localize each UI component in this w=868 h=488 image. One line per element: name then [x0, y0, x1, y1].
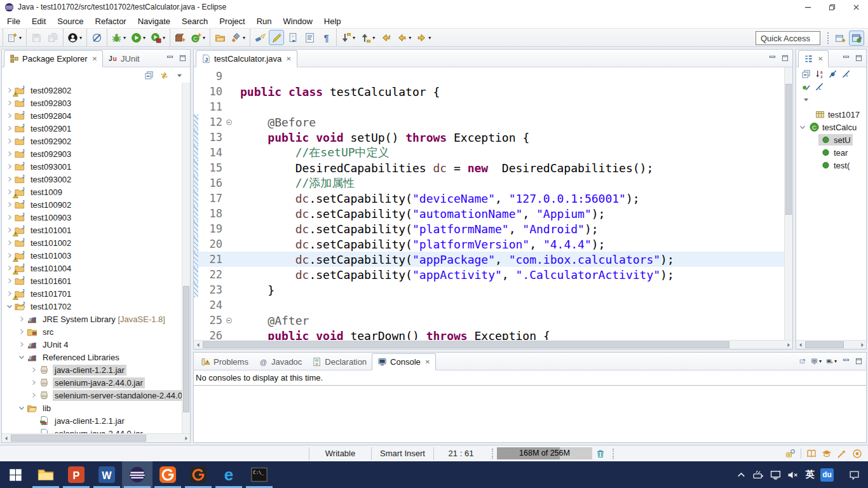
- run-coverage-dropdown-icon[interactable]: ▾: [163, 35, 165, 41]
- tab-console[interactable]: Console✕: [372, 353, 436, 370]
- tray-network[interactable]: [767, 462, 784, 487]
- code-line-9[interactable]: 9: [194, 69, 784, 84]
- save-button[interactable]: [29, 30, 44, 45]
- quick-access-box[interactable]: Quick Access: [756, 31, 820, 45]
- collapse-all-button[interactable]: [144, 71, 154, 80]
- hide-fields-button[interactable]: [828, 69, 837, 79]
- tree-item-jre-system-library[interactable]: JRE System Library [JavaSE-1.8]: [2, 313, 182, 325]
- chevron-down-icon[interactable]: [797, 123, 807, 131]
- tree-item-test101001[interactable]: Jtest101001: [2, 224, 182, 236]
- display-selected-console-dropdown-icon[interactable]: ▾: [819, 358, 822, 364]
- run-coverage-button[interactable]: ▾: [149, 30, 167, 45]
- open-console-button[interactable]: ▾: [826, 358, 837, 365]
- show-source-button[interactable]: [302, 30, 317, 45]
- wand-icon[interactable]: [837, 449, 847, 459]
- menu-navigate[interactable]: Navigate: [132, 15, 176, 27]
- java-perspective-button[interactable]: [849, 30, 864, 46]
- sort-button[interactable]: az: [815, 69, 824, 79]
- code-line-18[interactable]: 18 dc.setCapability("automationName", "A…: [194, 206, 784, 221]
- tree-item-test100903[interactable]: Jtest100903: [2, 211, 182, 224]
- scrollbar-thumb[interactable]: [805, 341, 844, 348]
- link-with-editor-button[interactable]: [285, 30, 301, 45]
- scrollbar-thumb[interactable]: [11, 435, 146, 442]
- account-dropdown-icon[interactable]: ▾: [79, 35, 82, 41]
- tree-item-junit-4[interactable]: JUnit 4: [2, 338, 182, 351]
- fold-marker-icon[interactable]: [224, 318, 234, 323]
- debug-button[interactable]: ▾: [109, 30, 128, 45]
- chevron-right-icon[interactable]: [4, 150, 14, 158]
- horizontal-scrollbar[interactable]: [2, 433, 190, 442]
- outline-item-tear[interactable]: tear: [796, 146, 866, 159]
- scroll-right-icon[interactable]: [858, 341, 866, 349]
- new-wizard-dropdown-icon[interactable]: ▾: [19, 35, 22, 41]
- tree-item-java-client-1.2.1.jar[interactable]: 010java-client-1.2.1.jar: [2, 363, 182, 376]
- chevron-right-icon[interactable]: [17, 341, 26, 348]
- account-button[interactable]: ▾: [65, 30, 84, 45]
- tree-item-test101002[interactable]: Jtest101002: [2, 236, 182, 249]
- chevron-right-icon[interactable]: [4, 201, 14, 208]
- display-selected-console-button[interactable]: ▾: [811, 358, 822, 365]
- scrollbar-thumb[interactable]: [183, 286, 189, 412]
- horizontal-scrollbar[interactable]: [194, 340, 792, 349]
- format-brush-dropdown-icon[interactable]: ▾: [243, 35, 245, 41]
- code-line-20[interactable]: 20 dc.setCapability("platformVersion", "…: [194, 236, 784, 252]
- tree-item-test093002[interactable]: Jtest093002: [2, 173, 182, 186]
- minimize-panel-button[interactable]: [843, 55, 850, 62]
- scrollbar-thumb[interactable]: [203, 341, 729, 348]
- tree-item-selenium-server-standalone-2.44.0[interactable]: 010selenium-server-standalone-2.44.0: [2, 389, 182, 402]
- next-annotation-button[interactable]: ▾: [339, 30, 357, 45]
- start-button[interactable]: [0, 461, 31, 488]
- tree-item-test101004[interactable]: Jtest101004: [2, 262, 182, 274]
- code-line-14[interactable]: 14 //在setUP中定义: [194, 145, 784, 160]
- run-garbage-collector-button[interactable]: [592, 447, 609, 460]
- collapse-all-button[interactable]: [801, 69, 811, 79]
- chevron-right-icon[interactable]: [4, 214, 14, 221]
- menu-search[interactable]: Search: [176, 15, 214, 27]
- code-line-19[interactable]: 19 dc.setCapability("platformName", "And…: [194, 221, 784, 236]
- chevron-right-icon[interactable]: [4, 277, 14, 285]
- chevron-right-icon[interactable]: [29, 391, 38, 399]
- mark-occurrences-button[interactable]: [269, 30, 284, 45]
- hide-static-button[interactable]: s: [841, 69, 851, 79]
- graduation-cap-icon[interactable]: [822, 449, 832, 459]
- run-button[interactable]: ▾: [129, 30, 147, 45]
- menu-project[interactable]: Project: [214, 15, 250, 27]
- close-button[interactable]: [844, 0, 868, 14]
- scroll-right-icon[interactable]: [784, 341, 792, 349]
- open-task-button[interactable]: [212, 30, 227, 45]
- chevron-right-icon[interactable]: [4, 112, 14, 119]
- code-line-26[interactable]: 26 public void tearDown() throws Excepti…: [194, 328, 784, 340]
- scroll-left-icon[interactable]: [796, 341, 804, 349]
- hide-non-public-button[interactable]: [801, 82, 811, 92]
- code-line-10[interactable]: 10public class testCalculator {: [194, 84, 784, 99]
- tab-junit[interactable]: Ju JUnit: [103, 50, 145, 67]
- maximize-panel-button[interactable]: [855, 55, 862, 62]
- tree-item-test092903[interactable]: Jtest092903: [2, 147, 182, 160]
- tab-declaration[interactable]: Declaration: [307, 353, 372, 370]
- search-flashlight-button[interactable]: [252, 30, 268, 45]
- vertical-scrollbar[interactable]: [182, 83, 190, 433]
- tree-item-test092902[interactable]: Jtest092902: [2, 135, 182, 147]
- maximize-panel-button[interactable]: [782, 55, 789, 62]
- tray-chevron-up[interactable]: [733, 462, 750, 487]
- action-center-button[interactable]: [846, 462, 863, 487]
- taskbar-app-word[interactable]: W: [92, 461, 122, 488]
- fold-marker-icon[interactable]: [224, 119, 234, 125]
- minimize-panel-button[interactable]: [843, 358, 850, 365]
- code-view[interactable]: 910public class testCalculator {1112 @Be…: [194, 67, 784, 340]
- chevron-right-icon[interactable]: [17, 328, 26, 336]
- vertical-scrollbar[interactable]: [784, 67, 792, 340]
- menu-refactor[interactable]: Refactor: [90, 15, 132, 27]
- taskbar-app-eclipse[interactable]: [122, 461, 153, 488]
- baidu-ime-badge[interactable]: du: [818, 462, 836, 487]
- tree-item-test092802[interactable]: Jtest092802: [2, 84, 182, 97]
- paragraph-button[interactable]: ¶: [318, 30, 334, 45]
- open-console-dropdown-icon[interactable]: ▾: [834, 358, 837, 364]
- menu-help[interactable]: Help: [318, 15, 347, 27]
- code-line-24[interactable]: 24: [194, 297, 784, 313]
- minimize-button[interactable]: [796, 0, 820, 14]
- maximize-panel-button[interactable]: [179, 55, 186, 62]
- close-tab-icon[interactable]: ✕: [818, 55, 823, 62]
- scroll-left-icon[interactable]: [2, 434, 10, 442]
- menu-file[interactable]: File: [1, 15, 26, 27]
